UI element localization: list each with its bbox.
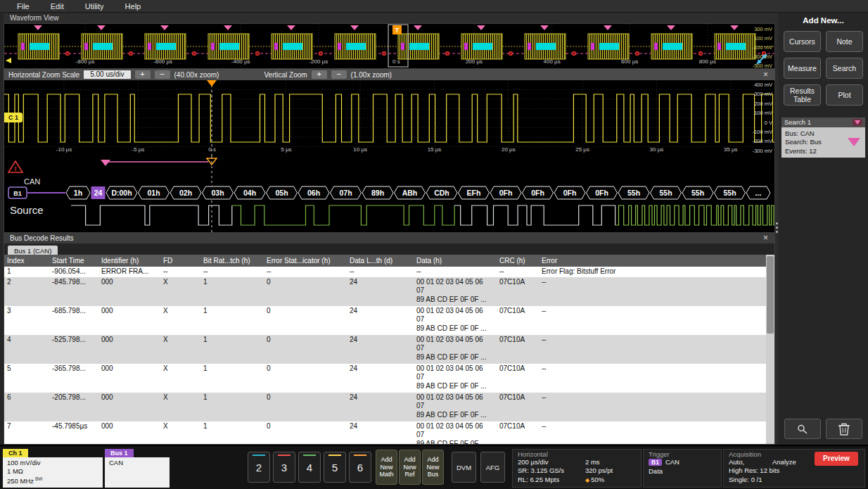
add-new-math-button[interactable]: Add New Math bbox=[376, 450, 397, 485]
column-header-4[interactable]: Bit Rat...tch (h) bbox=[200, 255, 264, 267]
results-row[interactable]: 1-906.054...ERROR FRA...------------Erro… bbox=[4, 267, 766, 277]
results-scrollbar[interactable] bbox=[766, 255, 774, 444]
close-results-icon[interactable]: × bbox=[761, 234, 770, 242]
results-row[interactable]: 2-845.798...000X102400 01 02 03 04 05 06… bbox=[4, 277, 766, 306]
search-event-marker[interactable] bbox=[540, 25, 549, 30]
bus-decode-plot[interactable]: !CANB11h24D:00h01h02h03h04h05h06h07h89hA… bbox=[4, 156, 774, 232]
bus-decode-field[interactable]: 55h bbox=[715, 186, 746, 199]
bus-decode-field[interactable]: 0Fh bbox=[554, 186, 585, 199]
h-zoom-scale-value[interactable]: 5.00 us/div bbox=[84, 70, 130, 79]
h-zoom-out-button[interactable]: − bbox=[155, 70, 170, 79]
bus-decode-field[interactable]: EFh bbox=[459, 186, 490, 199]
overview-plot[interactable]: T bbox=[4, 24, 774, 68]
bus-decode-field[interactable]: 0Fh bbox=[587, 186, 618, 199]
afg-button[interactable]: AFG bbox=[480, 452, 505, 483]
bus1-tab[interactable]: Bus 1 bbox=[105, 449, 134, 457]
search-event-marker[interactable] bbox=[477, 25, 485, 30]
column-header-0[interactable]: Index bbox=[4, 255, 49, 267]
bus-decode-field[interactable]: 24 bbox=[91, 186, 106, 199]
results-row[interactable]: 7-45.7985µs000X102400 01 02 03 04 05 06 … bbox=[4, 421, 766, 445]
bus-decode-field[interactable]: 89h bbox=[362, 186, 393, 199]
results-row[interactable]: 5-365.798...000X102400 01 02 03 04 05 06… bbox=[4, 364, 766, 393]
add-new-results-table-button[interactable]: Results Table bbox=[784, 84, 821, 106]
menu-utility[interactable]: Utility bbox=[85, 2, 104, 11]
waveform-overview[interactable]: T -800 µs-600 µs-400 µs-200 µs0 s200 µs4… bbox=[4, 23, 775, 69]
bus-decode-field[interactable]: ABh bbox=[395, 186, 426, 199]
menu-edit[interactable]: Edit bbox=[51, 2, 64, 11]
zoom-plot[interactable] bbox=[4, 80, 774, 156]
bus-decode-field[interactable]: 06h bbox=[298, 186, 329, 199]
add-new-ref-button[interactable]: Add New Ref bbox=[399, 450, 421, 485]
search-marker[interactable] bbox=[101, 160, 110, 166]
bus-decode-field[interactable]: 55h bbox=[618, 186, 649, 199]
v-zoom-in-button[interactable]: + bbox=[312, 70, 327, 79]
add-new-measure-button[interactable]: Measure bbox=[784, 58, 821, 79]
trigger-panel[interactable]: Trigger B1CAN Data bbox=[643, 449, 722, 488]
channel1-tab[interactable]: Ch 1 bbox=[3, 449, 28, 457]
bus-decode-field[interactable]: CDh bbox=[426, 186, 457, 199]
results-row[interactable]: 4-525.798...000X102400 01 02 03 04 05 06… bbox=[4, 335, 766, 364]
search1-body[interactable]: Bus: CAN Search: Bus Events: 12 bbox=[781, 127, 865, 158]
dvm-button[interactable]: DVM bbox=[452, 452, 476, 483]
column-header-8[interactable]: CRC (h) bbox=[497, 255, 539, 267]
search-event-marker[interactable] bbox=[667, 25, 675, 30]
column-header-1[interactable]: Start Time bbox=[49, 255, 98, 267]
channel1-status-card[interactable]: Ch 1 100 mV/div 1 MΩ 250 MHzBW bbox=[3, 449, 103, 488]
channel-3-button[interactable]: 3 bbox=[273, 452, 295, 483]
channel-5-button[interactable]: 5 bbox=[324, 452, 346, 483]
v-zoom-out-button[interactable]: − bbox=[331, 70, 347, 79]
search-event-marker[interactable] bbox=[287, 25, 295, 30]
column-header-5[interactable]: Error Stat...icator (h) bbox=[264, 255, 347, 267]
results-row[interactable]: 3-685.798...000X102400 01 02 03 04 05 06… bbox=[4, 306, 766, 335]
channel-6-button[interactable]: 6 bbox=[349, 452, 371, 483]
column-header-7[interactable]: Data (h) bbox=[414, 255, 497, 267]
add-new-note-button[interactable]: Note bbox=[826, 31, 863, 52]
column-header-9[interactable]: Error bbox=[539, 255, 766, 267]
search-event-marker[interactable] bbox=[730, 25, 739, 30]
h-zoom-in-button[interactable]: + bbox=[135, 70, 151, 79]
bus-decode-field[interactable]: 55h bbox=[651, 186, 682, 199]
bus-decode-field[interactable]: ... bbox=[746, 186, 770, 199]
search1-card[interactable]: Search 1 Bus: CAN Search: Bus Events: 12 bbox=[781, 118, 865, 158]
channel-4-button[interactable]: 4 bbox=[298, 452, 321, 483]
add-new-bus-button[interactable]: Add New Bus bbox=[422, 450, 444, 485]
column-header-6[interactable]: Data L...th (d) bbox=[347, 255, 414, 267]
column-header-2[interactable]: Identifier (h) bbox=[98, 255, 160, 267]
channel1-badge[interactable]: C 1 bbox=[4, 113, 23, 122]
search-event-marker[interactable] bbox=[34, 25, 42, 30]
bus-decode-field[interactable]: D:00h bbox=[106, 186, 137, 199]
channel-2-button[interactable]: 2 bbox=[248, 452, 270, 483]
results-table-container[interactable]: IndexStart TimeIdentifier (h)FDBit Rat..… bbox=[4, 255, 766, 444]
tab-bus1-can[interactable]: Bus 1 (CAN) bbox=[8, 246, 58, 255]
bus-decode-field[interactable]: 55h bbox=[682, 186, 713, 199]
search-event-marker[interactable] bbox=[350, 25, 359, 30]
add-new-plot-button[interactable]: Plot bbox=[826, 84, 863, 106]
close-zoom-icon[interactable]: × bbox=[761, 70, 770, 79]
add-new-search-button[interactable]: Search bbox=[826, 58, 863, 79]
bus-decode-field[interactable]: 05h bbox=[267, 186, 298, 199]
bus-decode-field[interactable]: 1h bbox=[66, 186, 90, 199]
search-event-marker[interactable] bbox=[604, 25, 612, 30]
bus1-status-card[interactable]: Bus 1 CAN bbox=[105, 449, 170, 488]
delete-button[interactable] bbox=[826, 419, 862, 439]
bus-decode-field[interactable]: 03h bbox=[203, 186, 234, 199]
column-header-3[interactable]: FD bbox=[160, 255, 200, 267]
search-event-marker[interactable] bbox=[160, 25, 169, 30]
bus-decode-field[interactable]: 07h bbox=[331, 186, 362, 199]
zoom-tool-button[interactable] bbox=[784, 419, 821, 439]
menu-help[interactable]: Help bbox=[125, 2, 141, 11]
expansion-point-marker[interactable] bbox=[207, 80, 217, 87]
bus-decode-field[interactable]: 0Fh bbox=[523, 186, 554, 199]
horizontal-panel[interactable]: Horizontal 200 µs/div 2 ms SR: 3.125 GS/… bbox=[512, 449, 642, 488]
bus-decode-track[interactable]: !CANB11h24D:00h01h02h03h04h05h06h07h89hA… bbox=[4, 156, 775, 232]
preview-button[interactable]: Preview bbox=[815, 452, 858, 466]
bus-decode-field[interactable]: 0Fh bbox=[490, 186, 521, 199]
search-event-marker[interactable] bbox=[97, 25, 106, 30]
menu-file[interactable]: File bbox=[17, 2, 30, 11]
search-event-marker[interactable] bbox=[224, 25, 232, 30]
add-new-cursors-button[interactable]: Cursors bbox=[784, 31, 821, 52]
search-event-marker[interactable] bbox=[414, 25, 422, 30]
results-row[interactable]: 6-205.798...000X102400 01 02 03 04 05 06… bbox=[4, 393, 766, 421]
bus-decode-field[interactable]: 01h bbox=[139, 186, 170, 199]
scrollbar-thumb[interactable] bbox=[767, 256, 774, 334]
